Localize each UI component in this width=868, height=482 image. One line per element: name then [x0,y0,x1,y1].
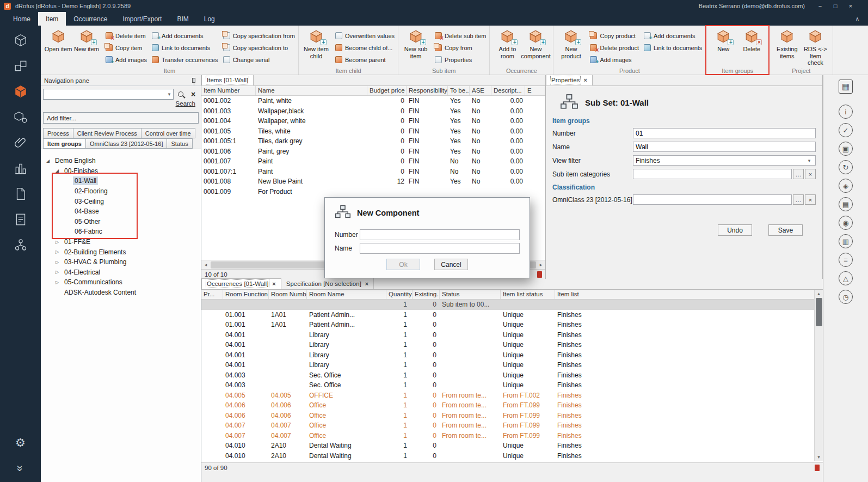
close-tab-icon[interactable]: × [365,280,368,287]
search-icon[interactable] [175,89,186,100]
documents-icon[interactable]: ▤ [839,197,853,211]
filter-flag-icon[interactable] [537,271,542,278]
ribbon-small-button[interactable]: Delete item [106,32,147,40]
ok-button[interactable]: Ok [386,259,420,270]
occurrence-row[interactable]: 04.001 Library 1 0 Unique Finishes [201,360,823,370]
save-button[interactable]: Save [768,224,803,236]
item-row[interactable]: 0001.005 Tiles, white 0 FIN Yes No 0.00 [201,126,545,137]
column-header[interactable]: ASE [470,86,491,95]
filter-flag-icon[interactable] [815,465,820,471]
ribbon-small-button[interactable]: Become parent [335,56,395,64]
item-row[interactable]: 0001.007 Paint 0 FIN No No 0.00 [201,156,545,167]
column-header[interactable]: Status [440,290,501,299]
occurrence-row[interactable]: 04.007 04.007 Office 1 0 From room te...… [201,431,823,441]
column-header[interactable]: To be... [448,86,470,95]
sync-icon[interactable]: ↻ [839,160,853,174]
documents-icon[interactable] [13,186,29,202]
tree-item[interactable]: 02-Flooring [41,186,201,197]
new-component-button[interactable]: + New component [521,27,550,66]
dialog-number-field[interactable] [360,229,520,240]
occurrence-row[interactable]: 04.006 04.006 Office 1 0 From room te...… [201,400,823,411]
collapse-ribbon-icon[interactable]: ∧ [855,16,859,22]
ribbon-small-button[interactable]: Properties [435,56,486,64]
number-field[interactable] [633,128,816,138]
new-item-group-button[interactable]: + New [709,27,737,66]
camera-icon[interactable]: ◉ [839,216,853,230]
ribbon-small-button[interactable]: Copy item [106,44,147,52]
column-header[interactable]: Responsibility [407,86,448,95]
column-header[interactable]: Descript... [491,86,525,95]
ribbon-small-button[interactable]: Change serial [223,56,295,64]
items-icon-active[interactable] [13,83,29,100]
ellipsis-button[interactable]: … [793,169,804,179]
tree-item[interactable]: ▷ 02-Building Elements [41,247,201,257]
column-header[interactable]: Item Number [201,86,256,95]
room-function-icon[interactable] [13,58,29,74]
filter-tab[interactable]: Process [43,128,73,138]
maximize-button[interactable]: □ [828,0,843,12]
ribbon-small-button[interactable]: Add documents [644,32,702,40]
tree-item[interactable]: ◢ 00-Finishes [41,166,201,176]
scroll-down-icon[interactable]: ▾ [815,453,823,461]
tree-expander-icon[interactable]: ▷ [56,249,63,254]
tree-item[interactable]: ◢ Demo English [41,156,201,166]
filter-tab[interactable]: Item groups [43,138,86,149]
scroll-left-icon[interactable]: ◂ [201,262,210,267]
add-filter-button[interactable]: Add filter... [43,112,199,124]
column-header[interactable]: Quantity [386,290,413,299]
clear-field-icon[interactable]: × [805,194,816,205]
cancel-button[interactable]: Cancel [434,259,468,270]
ribbon-small-button[interactable]: Copy product [590,32,639,40]
tree-item[interactable]: 04-Base [41,206,201,217]
history-icon[interactable]: ◷ [839,290,853,304]
contacts-icon[interactable] [13,237,29,253]
item-row[interactable]: 0001.005:1 Tiles, dark grey 0 FIN Yes No… [201,136,545,147]
occurrence-row[interactable]: 04.001 Library 1 0 Unique Finishes [201,340,823,350]
occurrence-row[interactable]: 04.010 2A10 Dental Waiting 1 0 Unique Fi… [201,451,823,461]
vertical-scrollbar[interactable]: ▴ ▾ [814,290,823,461]
column-header[interactable]: E [525,86,545,95]
item-row[interactable]: 0001.002 Paint, white 0 FIN Yes No 0.00 [201,96,545,106]
occurrences-tab[interactable]: Specification [No selection] × [281,278,374,289]
occurrence-row[interactable]: 04.001 Library 1 0 Unique Finishes [201,330,823,340]
tree-expander-icon[interactable]: ▷ [56,270,63,274]
occurrence-row[interactable]: 1 0 Sub item to 00... [201,300,823,310]
occurrence-row[interactable]: 01.001 1A01 Patient Admin... 1 0 Unique … [201,320,823,330]
column-header[interactable]: Item list [555,290,823,299]
occurrence-row[interactable]: 04.007 04.007 Office 1 0 From room te...… [201,420,823,431]
rooms-icon[interactable] [13,32,29,48]
items-tab[interactable]: Items [01-Wall] [201,75,254,86]
occurrence-row[interactable]: 04.010 2A10 Dental Waiting 1 0 Unique Fi… [201,441,823,451]
tree-item[interactable]: 03-Ceiling [41,196,201,206]
ribbon-small-button[interactable]: Become child of... [335,44,395,52]
tree-item[interactable]: 05-Other [41,217,201,227]
tree-item[interactable]: 06-Fabric [41,227,201,237]
item-row[interactable]: 0001.007:1 Paint 0 FIN No No 0.00 [201,167,545,177]
menu-tab[interactable]: BIM [169,12,196,26]
model-icon[interactable]: ◈ [839,179,853,193]
menu-tab[interactable]: Log [196,12,223,26]
search-input[interactable] [44,90,165,99]
ribbon-small-button[interactable]: Copy specification from [223,32,295,40]
tree-expander-icon[interactable]: ◢ [56,168,63,173]
ribbon-small-button[interactable]: Add images [590,56,639,64]
close-tab-icon[interactable]: × [583,77,587,83]
components-icon[interactable]: ▣ [839,142,853,156]
tree-item[interactable]: ADSK-Autodesk Content [41,288,201,298]
menu-tab[interactable]: Occurrence [66,12,115,26]
clear-field-icon[interactable]: × [805,169,816,179]
occurrence-row[interactable]: 04.003 Sec. Office 1 0 Unique Finishes [201,370,823,381]
reports-icon[interactable] [13,160,29,176]
menu-tab[interactable]: Home [5,12,38,26]
new-item-child-button[interactable]: + New item child [302,27,330,66]
new-item-button[interactable]: + New item [72,27,101,66]
chevron-down-icon[interactable]: ▾ [165,91,173,97]
tree-item[interactable]: ▷ 01-FF&E [41,237,201,247]
item-row[interactable]: 0001.004 Wallpaper, white 0 FIN Yes No 0… [201,116,545,126]
column-header[interactable]: Room Name [307,290,386,299]
new-sub-item-button[interactable]: + New sub item [402,27,430,66]
view-filter-select[interactable]: Finishes ▾ [633,155,816,166]
rds-item-check-button[interactable]: RDS <-> Item check [801,27,829,66]
column-header[interactable]: Existing... [413,290,440,299]
layers-icon[interactable]: ≡ [839,253,853,267]
